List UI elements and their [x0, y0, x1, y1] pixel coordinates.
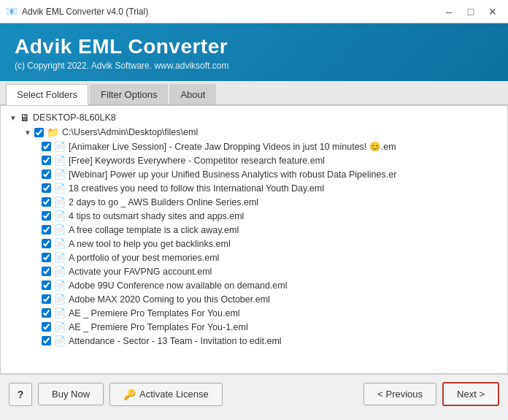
file-label-7: A new tool to help you get backlinks.eml — [69, 239, 231, 249]
file-icon-2: 📄 — [54, 169, 66, 180]
root-label: DESKTOP-8L60LK8 — [33, 112, 116, 123]
list-item[interactable]: 📄 A portfolio of your best memories.eml — [4, 251, 504, 264]
list-item[interactable]: 📄 AE _ Premiere Pro Templates For You.em… — [4, 306, 504, 320]
file-label-9: Activate your FAVPNG account.eml — [69, 267, 212, 277]
file-label-12: AE _ Premiere Pro Templates For You.eml — [69, 308, 240, 318]
list-item[interactable]: 📄 Activate your FAVPNG account.eml — [4, 264, 504, 278]
file-label-14: Attendance - Sector - 13 Team - Invitati… — [69, 336, 282, 346]
title-bar-controls: – □ ✕ — [439, 4, 502, 19]
app-header: Advik EML Converter (c) Copyright 2022. … — [0, 23, 508, 81]
file-label-3: 18 creatives you need to follow this Int… — [69, 183, 324, 194]
file-checkbox-9[interactable] — [42, 267, 51, 276]
footer-left: ? Buy Now 🔑 Activate License — [9, 383, 223, 406]
folder-checkbox[interactable] — [34, 128, 44, 137]
list-item[interactable]: 📄 Attendance - Sector - 13 Team - Invita… — [4, 334, 504, 348]
file-icon-8: 📄 — [54, 252, 66, 263]
tab-about[interactable]: About — [169, 84, 216, 104]
title-bar: 📧 Advik EML Converter v4.0 (Trial) – □ ✕ — [0, 0, 508, 23]
tab-filter-options[interactable]: Filter Options — [90, 84, 168, 104]
file-label-2: [Webinar] Power up your Unified Business… — [69, 169, 396, 180]
file-label-5: 4 tips to outsmart shady sites and apps.… — [69, 211, 244, 221]
computer-icon: 🖥 — [20, 112, 30, 123]
list-item[interactable]: 📄 4 tips to outsmart shady sites and app… — [4, 209, 504, 223]
folder-icon: 📁 — [47, 126, 59, 138]
minimize-button[interactable]: – — [439, 4, 458, 19]
file-checkbox-3[interactable] — [42, 183, 51, 193]
app-icon: 📧 — [6, 6, 18, 18]
file-icon-12: 📄 — [54, 308, 66, 318]
file-checkbox-13[interactable] — [42, 322, 51, 332]
file-label-10: Adobe 99U Conference now available on de… — [69, 280, 288, 291]
file-icon-13: 📄 — [54, 321, 66, 332]
file-checkbox-5[interactable] — [42, 211, 51, 221]
list-item[interactable]: 📄 [Free] Keywords Everywhere - Competito… — [4, 153, 504, 167]
expand-icon-root: ▼ — [9, 114, 18, 122]
file-label-4: 2 days to go _ AWS Builders Online Serie… — [69, 197, 258, 207]
file-icon-6: 📄 — [54, 224, 66, 235]
file-label-8: A portfolio of your best memories.eml — [69, 253, 219, 263]
tree-view[interactable]: ▼ 🖥 DESKTOP-8L60LK8 ▼ 📁 C:\Users\Admin\D… — [1, 106, 507, 373]
file-checkbox-10[interactable] — [42, 280, 51, 290]
file-icon-10: 📄 — [54, 280, 66, 291]
folder-path: C:\Users\Admin\Desktop\files\eml — [62, 127, 198, 137]
file-checkbox-2[interactable] — [42, 169, 51, 179]
file-icon-11: 📄 — [54, 294, 66, 305]
app-subtitle: (c) Copyright 2022. Advik Software. www.… — [15, 61, 493, 71]
close-button[interactable]: ✕ — [483, 4, 502, 19]
tree-root[interactable]: ▼ 🖥 DESKTOP-8L60LK8 — [4, 110, 504, 125]
footer-right: < Previous Next > — [363, 382, 499, 406]
file-checkbox-8[interactable] — [42, 253, 51, 262]
tab-select-folders[interactable]: Select Folders — [6, 84, 88, 105]
file-icon-7: 📄 — [54, 238, 66, 249]
file-label-6: A free collage template is a click away.… — [69, 225, 239, 235]
file-checkbox-7[interactable] — [42, 239, 51, 248]
expand-icon-folder: ▼ — [24, 129, 33, 137]
file-checkbox-14[interactable] — [42, 336, 51, 345]
list-item[interactable]: 📄 18 creatives you need to follow this I… — [4, 181, 504, 195]
file-icon-9: 📄 — [54, 266, 66, 277]
help-button[interactable]: ? — [9, 383, 32, 406]
activate-license-button[interactable]: 🔑 Activate License — [109, 383, 223, 406]
list-item[interactable]: 📄 Adobe 99U Conference now available on … — [4, 278, 504, 292]
file-icon-0: 📄 — [54, 141, 66, 152]
file-checkbox-12[interactable] — [42, 308, 51, 318]
app-title: Advik EML Converter — [15, 35, 493, 58]
previous-button[interactable]: < Previous — [363, 383, 436, 405]
file-checkbox-0[interactable] — [42, 142, 51, 151]
footer: ? Buy Now 🔑 Activate License < Previous … — [0, 374, 508, 413]
list-item[interactable]: 📄 A new tool to help you get backlinks.e… — [4, 237, 504, 251]
file-checkbox-6[interactable] — [42, 225, 51, 234]
tab-bar: Select Folders Filter Options About — [0, 81, 508, 105]
maximize-button[interactable]: □ — [461, 4, 480, 19]
file-icon-1: 📄 — [54, 155, 66, 166]
file-icon-14: 📄 — [54, 335, 66, 346]
list-item[interactable]: 📄 AE _ Premiere Pro Templates For You-1.… — [4, 320, 504, 334]
main-content: ▼ 🖥 DESKTOP-8L60LK8 ▼ 📁 C:\Users\Admin\D… — [0, 105, 508, 374]
file-icon-4: 📄 — [54, 196, 66, 207]
file-checkbox-4[interactable] — [42, 197, 51, 207]
tree-folder[interactable]: ▼ 📁 C:\Users\Admin\Desktop\files\eml — [4, 125, 504, 140]
file-icon-5: 📄 — [54, 210, 66, 221]
file-label-13: AE _ Premiere Pro Templates For You-1.em… — [69, 322, 248, 332]
title-bar-text: Advik EML Converter v4.0 (Trial) — [22, 7, 439, 17]
list-item[interactable]: 📄 A free collage template is a click awa… — [4, 223, 504, 237]
list-item[interactable]: 📄 2 days to go _ AWS Builders Online Ser… — [4, 195, 504, 209]
file-label-1: [Free] Keywords Everywhere - Competitor … — [69, 156, 325, 166]
list-item[interactable]: 📄 [Webinar] Power up your Unified Busine… — [4, 167, 504, 181]
list-item[interactable]: 📄 Adobe MAX 2020 Coming to you this Octo… — [4, 292, 504, 306]
file-checkbox-1[interactable] — [42, 156, 51, 165]
file-label-0: [Animaker Live Session] - Create Jaw Dro… — [69, 141, 396, 152]
next-button[interactable]: Next > — [442, 382, 499, 406]
key-icon: 🔑 — [123, 389, 136, 400]
file-checkbox-11[interactable] — [42, 294, 51, 304]
file-icon-3: 📄 — [54, 183, 66, 194]
list-item[interactable]: 📄 [Animaker Live Session] - Create Jaw D… — [4, 140, 504, 153]
file-label-11: Adobe MAX 2020 Coming to you this Octobe… — [69, 294, 270, 305]
buy-now-button[interactable]: Buy Now — [38, 383, 104, 405]
